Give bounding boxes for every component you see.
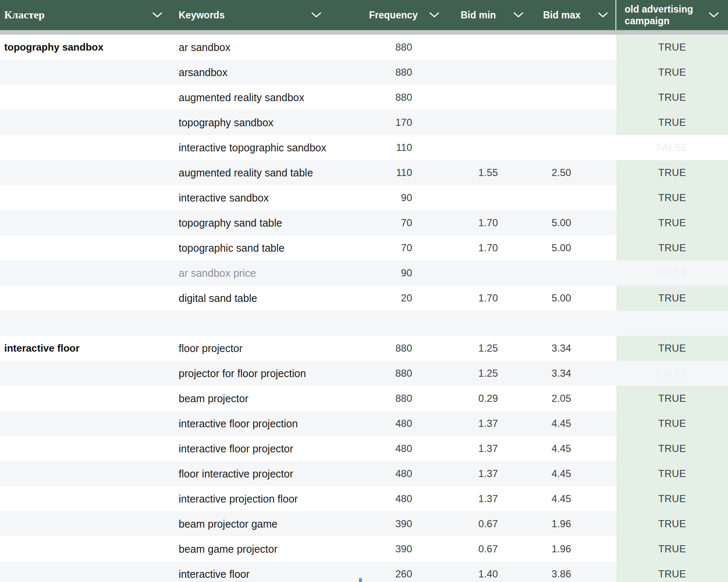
bid-min-cell[interactable]: 1.37	[423, 493, 508, 505]
bid-max-cell[interactable]: 4.45	[508, 493, 582, 505]
campaign-cell[interactable]: TRUE	[616, 511, 728, 536]
keyword-cell[interactable]: projector for floor projection	[176, 368, 331, 380]
bid-max-cell[interactable]: 5.00	[508, 217, 582, 229]
frequency-cell[interactable]: 880	[331, 393, 423, 404]
keyword-cell[interactable]: interactive sandbox	[176, 192, 331, 204]
filter-chevron-down-icon-bid-max[interactable]	[598, 12, 608, 18]
bid-min-cell[interactable]: 1.25	[423, 342, 508, 354]
bid-min-cell[interactable]: 0.29	[423, 393, 508, 404]
campaign-cell[interactable]: TRUE	[616, 235, 728, 260]
bid-max-cell[interactable]: 2.50	[508, 167, 582, 179]
keyword-cell[interactable]: digital sand table	[176, 292, 331, 304]
keyword-cell[interactable]: interactive projection floor	[176, 493, 331, 505]
frequency-cell[interactable]: 880	[331, 342, 423, 354]
bid-min-cell[interactable]: 1.37	[423, 443, 508, 454]
frequency-cell[interactable]: 110	[331, 142, 423, 153]
campaign-cell[interactable]: TRUE	[616, 110, 728, 135]
keyword-cell[interactable]: beam game projector	[176, 543, 331, 555]
frequency-cell[interactable]: 70	[331, 217, 423, 229]
campaign-cell[interactable]: TRUE	[616, 461, 728, 486]
bid-max-cell[interactable]: 3.86	[508, 568, 582, 580]
bid-max-cell[interactable]: 3.34	[508, 342, 582, 354]
bid-min-cell[interactable]: 1.55	[423, 167, 508, 179]
keyword-cell[interactable]: interactive floor projector	[176, 443, 331, 455]
campaign-cell[interactable]: TRUE	[616, 185, 728, 210]
keyword-cell[interactable]: interactive topographic sandbox	[176, 142, 331, 154]
bid-min-cell[interactable]: 1.70	[423, 292, 508, 304]
frequency-cell[interactable]: 480	[331, 468, 423, 480]
keyword-cell[interactable]: ar sandbox price	[176, 267, 331, 279]
frequency-cell[interactable]: 480	[331, 443, 423, 454]
keyword-cell[interactable]: augmented reality sandbox	[176, 92, 331, 104]
keyword-cell[interactable]: ar sandbox	[176, 41, 331, 54]
frequency-cell[interactable]: 390	[331, 518, 423, 530]
campaign-cell[interactable]: TRUE	[616, 60, 728, 85]
campaign-cell[interactable]: TRUE	[616, 536, 728, 562]
bid-max-cell[interactable]: 1.96	[508, 543, 582, 555]
campaign-cell[interactable]: TRUE	[616, 85, 728, 110]
filter-chevron-down-icon-frequency[interactable]	[429, 12, 439, 18]
bid-max-cell[interactable]: 4.45	[508, 443, 582, 454]
frequency-cell[interactable]: 20	[331, 292, 423, 304]
campaign-cell[interactable]: FALSE	[616, 361, 728, 386]
frequency-cell[interactable]: 880	[331, 66, 423, 78]
frequency-cell[interactable]: 70	[331, 242, 423, 254]
bid-min-cell[interactable]: 0.67	[423, 543, 508, 555]
keyword-cell[interactable]: floor interactive projector	[176, 468, 331, 480]
frequency-cell[interactable]: 390	[331, 543, 423, 555]
bid-min-cell[interactable]: 1.25	[423, 368, 508, 379]
keyword-cell[interactable]: beam projector game	[176, 518, 331, 530]
campaign-cell[interactable]: TRUE	[616, 160, 728, 185]
campaign-cell[interactable]: TRUE	[616, 286, 728, 311]
campaign-cell[interactable]: TRUE	[616, 436, 728, 461]
keyword-cell[interactable]: interactive floor projection	[176, 418, 331, 430]
keyword-cell[interactable]: beam projector	[176, 393, 331, 405]
bid-min-cell[interactable]: 1.37	[423, 468, 508, 480]
bid-max-cell[interactable]: 5.00	[508, 242, 582, 254]
keyword-cell[interactable]: topographic sand table	[176, 242, 331, 254]
bid-min-cell[interactable]: 1.70	[423, 217, 508, 229]
bid-max-cell[interactable]: 2.05	[508, 393, 582, 404]
campaign-cell[interactable]: TRUE	[616, 336, 728, 361]
campaign-cell[interactable]: TRUE	[616, 411, 728, 436]
filter-chevron-down-icon-bid-min[interactable]	[513, 12, 523, 18]
frequency-cell[interactable]: 90	[331, 192, 423, 204]
bid-min-cell[interactable]: 0.67	[423, 518, 508, 530]
cluster-cell[interactable]: interactive floor	[0, 342, 176, 354]
campaign-cell[interactable]: TRUE	[616, 562, 728, 582]
keyword-cell[interactable]: floor projector	[176, 342, 331, 355]
filter-chevron-down-icon-campaign[interactable]	[709, 12, 719, 18]
campaign-cell[interactable]: FALSE	[616, 135, 728, 160]
frequency-cell[interactable]: 480	[331, 418, 423, 429]
campaign-cell[interactable]: TRUE	[616, 35, 728, 60]
frequency-cell[interactable]: 90	[331, 267, 423, 279]
frequency-cell[interactable]: 110	[331, 167, 423, 179]
frequency-cell[interactable]: 260	[331, 568, 423, 580]
keyword-cell[interactable]: interactive floor	[176, 568, 331, 580]
bid-min-cell[interactable]: 1.40	[423, 568, 508, 580]
campaign-cell[interactable]: TRUE	[616, 210, 728, 235]
bid-min-cell[interactable]: 1.37	[423, 418, 508, 429]
bid-max-cell[interactable]: 1.96	[508, 518, 582, 530]
frequency-cell[interactable]: 880	[331, 41, 423, 53]
frequency-cell[interactable]: 880	[331, 92, 423, 103]
cluster-cell[interactable]: topography sandbox	[0, 41, 176, 53]
frequency-cell[interactable]: 480	[331, 493, 423, 505]
campaign-cell[interactable]	[616, 311, 728, 336]
keyword-cell[interactable]: topography sand table	[176, 217, 331, 229]
campaign-cell[interactable]: FALSE	[616, 260, 728, 286]
bid-max-cell[interactable]: 5.00	[508, 292, 582, 304]
bid-max-cell[interactable]: 4.45	[508, 418, 582, 429]
filter-chevron-down-icon-keywords[interactable]	[311, 12, 321, 18]
frequency-cell[interactable]: 880	[331, 368, 423, 379]
filter-chevron-down-icon-cluster[interactable]	[152, 12, 162, 18]
bid-max-cell[interactable]: 4.45	[508, 468, 582, 480]
keyword-cell[interactable]: arsandbox	[176, 66, 331, 79]
bid-min-cell[interactable]: 1.70	[423, 242, 508, 254]
keyword-cell[interactable]: topography sandbox	[176, 117, 331, 129]
campaign-cell[interactable]: TRUE	[616, 386, 728, 411]
campaign-cell[interactable]: TRUE	[616, 486, 728, 511]
bid-max-cell[interactable]: 3.34	[508, 368, 582, 379]
frequency-cell[interactable]: 170	[331, 117, 423, 128]
keyword-cell[interactable]: augmented reality sand table	[176, 167, 331, 179]
